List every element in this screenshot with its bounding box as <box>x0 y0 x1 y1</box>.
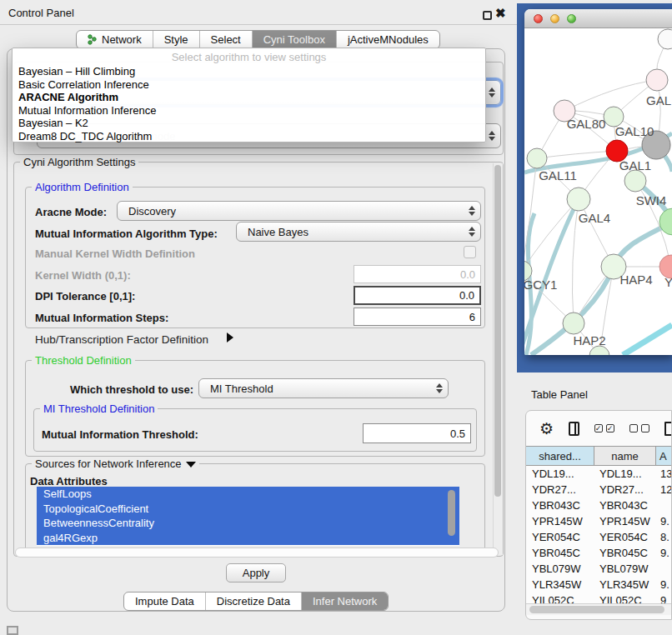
data-attributes-list[interactable]: SelfLoops TopologicalCoefficient Between… <box>37 487 459 546</box>
node-label: HAP2 <box>573 333 605 348</box>
dropdown-item[interactable]: Bayesian – Hill Climbing <box>13 65 485 78</box>
mi-steps-label: Mutual Information Steps: <box>35 312 168 324</box>
cell: YIL052C <box>594 594 656 603</box>
column-header-name[interactable]: name <box>594 447 656 465</box>
node-label: GCY1 <box>524 278 557 292</box>
node-HAP2[interactable] <box>563 312 584 334</box>
node-SWI4[interactable] <box>624 170 646 192</box>
node-label: GAL4 <box>579 211 610 225</box>
export-table-icon[interactable] <box>664 422 672 436</box>
kernel-width-input[interactable]: 0.0 <box>354 265 481 283</box>
dropdown-item[interactable]: Basic Correlation Inference <box>13 78 485 92</box>
tab-infer-network-label: Infer Network <box>313 595 377 608</box>
table-panel-title: Table Panel <box>531 388 588 401</box>
float-window-icon[interactable] <box>483 11 492 20</box>
tab-cyni-toolbox[interactable]: Cyni Toolbox <box>252 31 336 48</box>
tab-jactivemnodules[interactable]: jActiveMNodules <box>336 31 439 48</box>
attribute-list-scrollbar-thumb[interactable] <box>448 490 455 536</box>
apply-button-label: Apply <box>243 567 270 579</box>
select-all-columns-icon[interactable]: ✓✓ <box>594 424 614 432</box>
close-icon[interactable]: ✖ <box>495 6 506 21</box>
list-item[interactable]: gal4RGexp <box>37 531 459 546</box>
column-header-shared-name[interactable]: shared... <box>526 447 594 465</box>
collapse-arrow-icon[interactable] <box>186 462 196 468</box>
table-row[interactable]: YPR145WYPR145W9. <box>526 513 672 529</box>
close-traffic-light-icon[interactable] <box>534 14 543 23</box>
network-window-titlebar[interactable] <box>524 9 672 28</box>
tab-infer-network[interactable]: Infer Network <box>301 592 388 610</box>
cell: YER054C <box>594 531 656 543</box>
node-unlabeled-top[interactable] <box>658 29 672 49</box>
data-attributes-label: Data Attributes <box>30 475 108 488</box>
dropdown-item-selected[interactable]: ARACNE Algorithm <box>13 91 485 104</box>
mi-type-label: Mutual Information Algorithm Type: <box>35 228 218 240</box>
combo-arrows-icon <box>484 88 500 98</box>
table-row[interactable]: YBR043CYBR043C <box>526 498 672 513</box>
node-label: HAP4 <box>619 272 652 287</box>
cell: YLR345W <box>594 578 656 591</box>
table-horizontal-scrollbar-thumb[interactable] <box>529 606 664 613</box>
mi-type-combo[interactable]: Naive Bayes <box>236 222 481 242</box>
manual-kernel-label: Manual Kernel Width Definition <box>35 248 195 260</box>
dropdown-item[interactable]: Mutual Information Inference <box>13 104 485 118</box>
table-row[interactable]: YER054CYER054C8. <box>526 529 672 545</box>
tab-select[interactable]: Select <box>199 31 252 48</box>
collapsed-panel-handle[interactable] <box>7 626 18 635</box>
network-canvas[interactable]: GAL GAL80 GAL10 GAL1 GAL11 SWI4 GAL4 GCY… <box>524 28 672 355</box>
list-item[interactable]: TopologicalCoefficient <box>37 502 459 517</box>
tab-impute-data[interactable]: Impute Data <box>124 592 205 610</box>
cell: 9. <box>656 515 672 528</box>
gear-icon[interactable]: ⚙ <box>539 421 554 437</box>
table-horizontal-scrollbar[interactable] <box>526 603 672 615</box>
mi-threshold-input[interactable]: 0.5 <box>363 423 471 443</box>
node-label: GAL11 <box>539 168 577 182</box>
node-GAL4[interactable] <box>567 188 590 211</box>
table-row[interactable]: YBR045CYBR045C9. <box>526 545 672 561</box>
list-item[interactable]: SelfLoops <box>37 487 459 502</box>
table-row[interactable]: YDR27...YDR27...12 <box>526 482 672 498</box>
settings-horizontal-scrollbar[interactable] <box>15 548 499 558</box>
dropdown-item[interactable]: Bayesian – K2 <box>13 117 485 130</box>
table-row[interactable]: YLR345WYLR345W9. <box>526 577 672 592</box>
threshold-definition-legend: Threshold Definition <box>32 355 135 367</box>
aracne-mode-combo[interactable]: Discovery <box>117 201 481 221</box>
aracne-mode-label: Aracne Mode: <box>35 206 107 218</box>
table-rows: YDL19...YDL19...13 YDR27...YDR27...12 YB… <box>526 466 672 603</box>
network-view-window[interactable]: GAL GAL80 GAL10 GAL1 GAL11 SWI4 GAL4 GCY… <box>524 9 672 355</box>
dropdown-item[interactable]: Dream8 DC_TDC Algorithm <box>13 130 485 143</box>
kernel-width-value: 0.0 <box>460 268 475 281</box>
cell: YDL19... <box>594 468 656 480</box>
cell: YER054C <box>526 531 594 543</box>
sources-legend: Sources for Network Inference <box>32 458 199 470</box>
manual-kernel-checkbox[interactable] <box>464 246 476 258</box>
control-panel-tabbar: Network Style Select Cyni Toolbox jActiv… <box>76 30 440 49</box>
which-threshold-combo[interactable]: MI Threshold <box>198 378 449 398</box>
tab-style[interactable]: Style <box>153 31 199 48</box>
zoom-traffic-light-icon[interactable] <box>567 14 576 23</box>
column-header-partial[interactable]: A <box>656 447 672 465</box>
cyni-settings-legend: Cyni Algorithm Settings <box>20 157 138 168</box>
list-item[interactable]: BetweennessCentrality <box>37 516 459 531</box>
combo-arrows-icon <box>464 227 480 237</box>
dpi-tolerance-input[interactable]: 0.0 <box>354 286 481 305</box>
bottom-tabbar: Impute Data Discretize Data Infer Networ… <box>123 592 389 611</box>
table-row[interactable]: YBL079WYBL079W <box>526 561 672 577</box>
network-node-labels: GAL GAL80 GAL10 GAL1 GAL11 SWI4 GAL4 GCY… <box>524 93 672 348</box>
disclosure-arrow-icon[interactable] <box>227 332 233 342</box>
columns-icon[interactable] <box>569 422 579 436</box>
deselect-all-columns-icon[interactable] <box>629 424 649 432</box>
settings-scrollbar-thumb[interactable] <box>494 165 501 497</box>
tab-discretize-data[interactable]: Discretize Data <box>205 592 301 610</box>
cell: YBR045C <box>594 547 656 559</box>
table-row[interactable]: YIL052CYIL052C9 <box>526 592 672 603</box>
node-label: GAL <box>646 93 671 108</box>
cell: YBL079W <box>594 562 656 575</box>
table-row[interactable]: YDL19...YDL19...13 <box>526 466 672 482</box>
tab-network[interactable]: Network <box>77 31 153 48</box>
cell: 8. <box>656 531 672 543</box>
node-pink-top[interactable] <box>646 69 668 91</box>
minimize-traffic-light-icon[interactable] <box>550 14 559 23</box>
node-GAL11[interactable] <box>527 148 547 168</box>
apply-button[interactable]: Apply <box>226 563 286 582</box>
mi-steps-input[interactable]: 6 <box>354 308 481 326</box>
